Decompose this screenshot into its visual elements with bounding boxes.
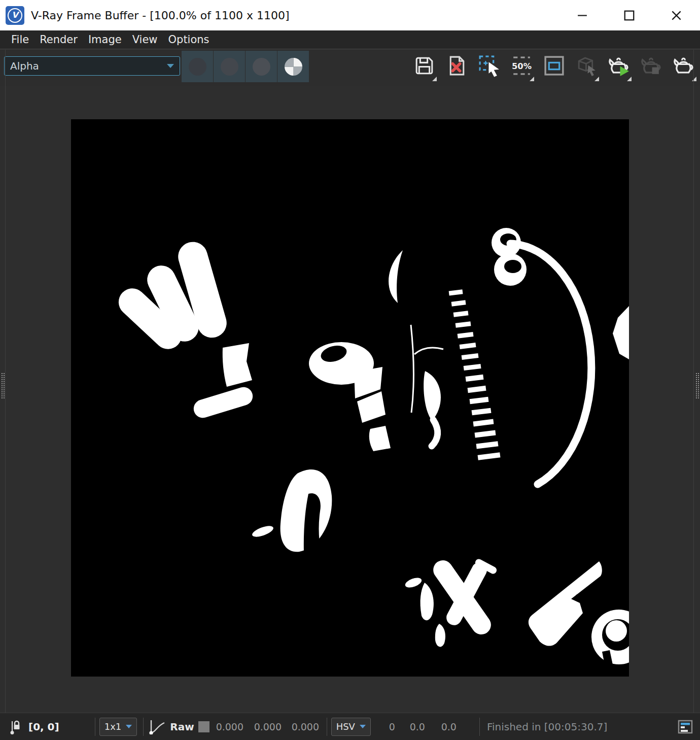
render-teapot-icon — [672, 54, 696, 78]
dropdown-corner-icon — [594, 77, 599, 81]
green-channel-button[interactable] — [214, 51, 245, 82]
hsv-value-v: 0.0 — [434, 721, 457, 732]
separator — [95, 718, 95, 736]
show-last-region-button[interactable] — [542, 54, 566, 82]
color-space-value: HSV — [336, 721, 355, 732]
raw-value-b: 0.000 — [292, 721, 318, 732]
pixel-coordinates: [0, 0] — [28, 721, 59, 733]
region-render-button[interactable] — [477, 54, 501, 82]
vfb-window: V V-Ray Frame Buffer - [100.0% of 1100 x… — [0, 0, 700, 740]
render-last-button[interactable] — [672, 54, 696, 82]
blue-channel-button[interactable] — [246, 51, 277, 82]
menu-render[interactable]: Render — [40, 35, 78, 45]
close-button[interactable] — [653, 0, 700, 30]
menu-image[interactable]: Image — [88, 35, 122, 45]
minimize-icon — [577, 10, 587, 20]
raw-value-r: 0.000 — [216, 721, 242, 732]
menu-options[interactable]: Options — [168, 35, 209, 45]
red-channel-icon — [189, 58, 206, 76]
select-object-cube-icon — [575, 54, 599, 78]
toolbar-buttons: 50% — [412, 54, 696, 82]
alpha-channel-button[interactable] — [277, 51, 309, 82]
green-channel-icon — [221, 58, 238, 76]
dropdown-corner-icon — [692, 77, 696, 81]
left-splitter[interactable] — [5, 50, 6, 713]
alpha-channel-icon — [285, 58, 302, 76]
left-splitter-grip-icon[interactable] — [1, 373, 5, 399]
raw-value-g: 0.000 — [254, 721, 281, 732]
separator — [143, 718, 144, 736]
maximize-icon — [624, 10, 635, 21]
render-teapot-play-icon — [607, 54, 631, 78]
zoom-50-button[interactable]: 50% — [510, 54, 534, 82]
render-view[interactable] — [71, 119, 629, 677]
red-channel-button[interactable] — [182, 51, 213, 82]
title-bar: V V-Ray Frame Buffer - [100.0% of 1100 x… — [0, 0, 700, 30]
separator — [479, 718, 480, 736]
stop-render-button[interactable] — [640, 54, 663, 82]
chevron-down-icon — [167, 64, 174, 68]
right-splitter-grip-icon[interactable] — [695, 373, 699, 399]
channel-select-value: Alpha — [10, 60, 39, 72]
dropdown-corner-icon — [432, 77, 437, 81]
chevron-down-icon — [360, 725, 366, 728]
channel-select-dropdown[interactable]: Alpha — [4, 56, 180, 76]
clear-image-icon — [445, 54, 469, 78]
maximize-button[interactable] — [606, 0, 653, 30]
render-status-text: Finished in [00:05:30.7] — [487, 721, 607, 733]
stop-teapot-icon — [640, 54, 663, 78]
zoom-50-icon: 50% — [510, 54, 534, 78]
vray-logo-icon: V — [6, 6, 24, 25]
save-image-button[interactable] — [412, 54, 436, 82]
chevron-down-icon — [126, 725, 132, 728]
menu-bar: File Render Image View Options — [0, 30, 700, 49]
svg-text:50%: 50% — [512, 61, 532, 71]
select-object-button[interactable] — [575, 54, 599, 82]
color-curve-icon — [149, 719, 166, 734]
menu-view[interactable]: View — [132, 35, 158, 45]
close-icon — [671, 10, 682, 21]
region-render-icon — [477, 54, 501, 78]
window-title: V-Ray Frame Buffer - [100.0% of 1100 x 1… — [31, 9, 289, 22]
menu-file[interactable]: File — [11, 35, 29, 45]
pixel-aspect-dropdown[interactable]: 1x1 — [99, 718, 137, 736]
show-region-icon — [542, 54, 566, 78]
dropdown-corner-icon — [627, 77, 632, 81]
save-icon — [412, 54, 436, 78]
corrections-panel-toggle-icon[interactable] — [678, 720, 693, 734]
blue-channel-icon — [253, 58, 270, 76]
clear-image-button[interactable] — [445, 54, 469, 82]
status-bar: [0, 0] 1x1 Raw 0.000 0.000 0.000 HSV 0 0… — [0, 713, 700, 740]
hsv-value-h: 0 — [373, 721, 395, 732]
start-render-button[interactable] — [607, 54, 631, 82]
channel-buttons — [182, 51, 309, 82]
color-space-dropdown[interactable]: HSV — [331, 718, 371, 736]
alpha-render-svg — [71, 119, 629, 677]
separator — [327, 718, 327, 736]
window-controls — [558, 0, 700, 30]
sampled-color-swatch — [198, 721, 209, 732]
pixel-aspect-value: 1x1 — [104, 721, 122, 732]
pixel-lock-pin-icon[interactable] — [8, 719, 21, 734]
toolbar: Alpha — [0, 50, 700, 86]
minimize-button[interactable] — [558, 0, 606, 30]
dropdown-corner-icon — [530, 77, 534, 81]
raw-label: Raw — [170, 721, 194, 733]
hsv-value-s: 0.0 — [403, 721, 425, 732]
right-splitter[interactable] — [693, 50, 694, 713]
